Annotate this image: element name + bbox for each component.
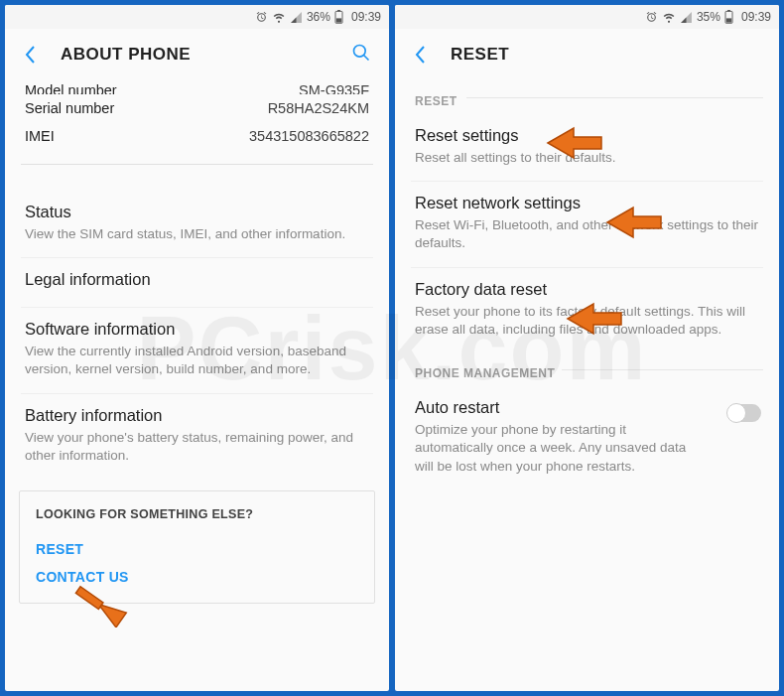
value-serial: R58HA2S24KM <box>268 100 369 116</box>
item-desc: View your phone's battery status, remain… <box>25 429 369 465</box>
wifi-icon <box>272 11 286 24</box>
content-area: RESET Reset settings Reset all settings … <box>395 80 779 691</box>
svg-rect-2 <box>336 18 341 22</box>
card-title: LOOKING FOR SOMETHING ELSE? <box>36 507 358 521</box>
item-desc: Reset Wi-Fi, Bluetooth, and other networ… <box>415 216 759 252</box>
alarm-icon <box>255 11 268 24</box>
label-model: Model number <box>25 82 117 84</box>
section-phone-management: PHONE MANAGEMENT <box>395 352 779 386</box>
item-status[interactable]: Status View the SIM card status, IMEI, a… <box>5 191 389 257</box>
page-title: ABOUT PHONE <box>61 45 351 65</box>
battery-icon <box>334 10 343 24</box>
status-time: 09:39 <box>741 10 771 24</box>
label-imei: IMEI <box>25 128 55 144</box>
svg-rect-1 <box>337 10 340 11</box>
battery-percent: 36% <box>307 10 330 24</box>
section-reset: RESET <box>395 80 779 114</box>
item-auto-restart[interactable]: Auto restart Optimize your phone by rest… <box>395 386 779 489</box>
item-title: Battery information <box>25 406 369 425</box>
item-desc: View the SIM card status, IMEI, and othe… <box>25 225 369 243</box>
wifi-icon <box>662 11 676 24</box>
screen-about-phone: 36% 09:39 ABOUT PHONE Model number SM-G9… <box>5 5 389 691</box>
value-model: SM-G935F <box>299 82 369 84</box>
item-title: Status <box>25 203 369 221</box>
status-time: 09:39 <box>351 10 381 24</box>
back-button[interactable] <box>19 43 43 67</box>
info-row-serial[interactable]: Serial number R58HA2S24KM <box>25 94 369 122</box>
svg-rect-7 <box>726 18 731 22</box>
item-desc: Reset all settings to their defaults. <box>415 149 759 167</box>
info-row-model[interactable]: Model number SM-G935F <box>25 80 369 94</box>
item-reset-settings[interactable]: Reset settings Reset all settings to the… <box>395 114 779 181</box>
signal-icon <box>680 11 693 24</box>
search-button[interactable] <box>351 43 375 67</box>
label-serial: Serial number <box>25 100 114 116</box>
item-battery[interactable]: Battery information View your phone's ba… <box>5 394 389 479</box>
status-bar: 35% 09:39 <box>395 5 779 29</box>
status-bar: 36% 09:39 <box>5 5 389 29</box>
content-area: Model number SM-G935F Serial number R58H… <box>5 80 389 691</box>
header: RESET <box>395 29 779 80</box>
link-reset[interactable]: RESET <box>36 535 358 563</box>
item-title: Legal information <box>25 270 369 289</box>
battery-icon <box>724 10 733 24</box>
link-contact-us[interactable]: CONTACT US <box>36 563 358 591</box>
item-title: Reset settings <box>415 126 759 145</box>
alarm-icon <box>645 11 658 24</box>
value-imei: 354315083665822 <box>249 128 369 144</box>
back-button[interactable] <box>409 43 433 67</box>
toggle-auto-restart[interactable] <box>727 404 761 422</box>
suggestions-card: LOOKING FOR SOMETHING ELSE? RESET CONTAC… <box>19 490 375 604</box>
item-title: Reset network settings <box>415 194 759 212</box>
item-title: Software information <box>25 320 369 339</box>
item-title: Factory data reset <box>415 280 759 299</box>
svg-point-3 <box>354 46 366 58</box>
item-reset-network[interactable]: Reset network settings Reset Wi-Fi, Blue… <box>395 182 779 266</box>
item-desc: Optimize your phone by restarting it aut… <box>415 421 708 476</box>
battery-percent: 35% <box>697 10 720 24</box>
page-title: RESET <box>451 45 765 65</box>
item-legal[interactable]: Legal information <box>5 258 389 307</box>
item-software[interactable]: Software information View the currently … <box>5 308 389 392</box>
signal-icon <box>290 11 303 24</box>
item-desc: View the currently installed Android ver… <box>25 343 369 378</box>
header: ABOUT PHONE <box>5 29 389 80</box>
screen-reset: 35% 09:39 RESET RESET Reset settings Res… <box>395 5 779 691</box>
info-row-imei[interactable]: IMEI 354315083665822 <box>25 122 369 150</box>
screens-container: 36% 09:39 ABOUT PHONE Model number SM-G9… <box>0 0 784 696</box>
device-info-table: Model number SM-G935F Serial number R58H… <box>5 80 389 158</box>
item-desc: Reset your phone to its factory default … <box>415 303 759 339</box>
item-factory-reset[interactable]: Factory data reset Reset your phone to i… <box>395 268 779 352</box>
svg-rect-6 <box>727 10 730 11</box>
item-title: Auto restart <box>415 398 708 417</box>
